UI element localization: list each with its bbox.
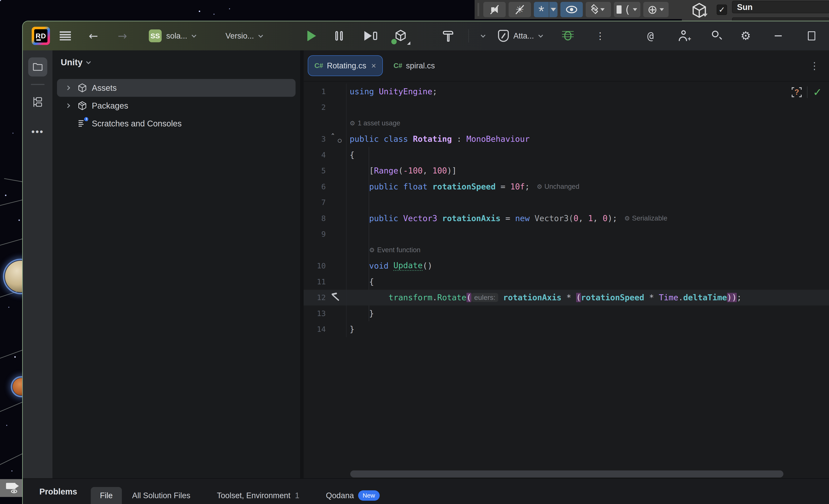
question-badge-icon[interactable]: ? [792,87,802,97]
problems-title[interactable]: Problems [39,487,77,496]
unity-hint-icon: ⚙ [624,215,630,222]
lighting-off-button[interactable]: ☀ [509,2,531,17]
run-button[interactable] [308,31,316,41]
project-tool-window-button[interactable] [28,58,47,76]
debug-button[interactable] [564,31,571,40]
run-config-selector[interactable]: Versio... [225,32,262,40]
panel-splitter[interactable] [300,50,303,478]
back-button[interactable]: ← [89,29,98,42]
project-tree: Assets Packages [52,79,300,133]
unity-cube-icon [76,82,88,94]
toolbar-separator [477,3,479,16]
inlay-text: Serializable [632,214,668,222]
settings-button[interactable]: ⚙ [741,30,751,42]
attach-shield-icon [498,30,509,42]
chevron-down-icon [481,33,485,38]
solution-name: sola... [166,32,187,40]
unity-explorer-header[interactable]: Unity [52,50,300,67]
camera-preview-toggle[interactable] [0,479,25,497]
close-icon[interactable]: × [371,61,376,70]
effects-button[interactable]: * [534,2,549,17]
more-tool-windows-button[interactable]: ••• [31,126,44,137]
maximize-button[interactable] [808,31,815,40]
main-menu-button[interactable] [60,31,71,40]
code-row: 12 transform.Rotate(eulers: rotationAxis… [303,290,829,306]
gutter: 8 [303,210,346,226]
unity-hint-icon: ⚙ [537,183,542,190]
code-token: MonoBehaviour [467,134,530,144]
line-number: 14 [317,325,326,333]
tree-item-packages[interactable]: Packages [57,97,295,115]
inspections-widget[interactable]: ? ✓ [792,86,822,99]
attach-selector[interactable]: Atta... [498,30,542,42]
line-number: 5 [321,167,326,175]
rider-logo[interactable]: RD [32,27,50,45]
chevron-down-icon[interactable] [702,14,708,17]
expand-chevron-icon[interactable] [66,85,70,91]
bottom-tab-file[interactable]: File [91,487,122,504]
code-row: 5 [Range(-100, 100)] [303,163,829,179]
code-with-me-button[interactable]: + [678,30,689,41]
solution-widget[interactable]: SS sola... [149,29,195,42]
gizmos-globe-button[interactable]: ⊕ [643,2,669,17]
code-token: ; [525,182,530,191]
iconbar-divider [31,84,44,85]
step-button[interactable] [364,31,377,41]
line-number: 9 [321,230,326,238]
code-inlay-row: ⚙1 asset usage [303,115,829,131]
code-token [389,261,393,271]
tree-item-assets[interactable]: Assets [57,79,295,97]
layers-button[interactable] [586,2,611,17]
code-area[interactable]: 1using UnityEngine;2⚙1 asset usage3ˆ○pub… [303,81,829,478]
code-token: Range [374,166,398,175]
code-line: { [346,274,829,290]
tab-spiral-cs[interactable]: C# spiral.cs [387,55,441,76]
code-token: , [423,166,432,175]
code-token: , [593,214,603,223]
code-token [374,87,379,96]
visibility-button[interactable] [561,2,583,17]
pause-icon [335,31,338,41]
line-number: 11 [317,278,326,286]
parameter-hint-chip: eulers: [471,293,498,302]
ai-assistant-button[interactable]: @ [647,30,654,42]
camera-clip-button[interactable]: ( [614,2,640,17]
forward-button[interactable]: → [118,29,127,42]
bottom-tab-all-solution-files[interactable]: All Solution Files [123,487,200,504]
tab-rotating-cs[interactable]: C# Rotating.cs × [308,55,383,76]
bottom-tab-toolset-environment[interactable]: Toolset, Environment 1 [208,487,309,504]
structure-tool-window-button[interactable] [28,93,47,111]
code-token: : [452,134,466,144]
visibility-eye-icon [566,6,577,13]
package-icon [76,100,88,111]
gutter: 10 [303,258,346,274]
green-check-icon[interactable]: ✓ [813,86,822,99]
code-token: } [350,325,354,334]
code-token: ( [398,166,403,175]
chevron-down-icon [660,8,664,11]
audio-muted-button[interactable] [483,2,506,17]
bottom-tab-qodana[interactable]: Qodana New [317,487,389,504]
object-name-field[interactable]: Sun [732,1,829,13]
horizontal-scrollbar[interactable] [350,470,783,477]
unity-connection-button[interactable] [394,29,407,43]
build-options-button[interactable] [481,34,484,37]
trailing-inlay-hint: ⚙Unchanged [537,183,579,190]
bug-icon [564,31,571,40]
chevron-down-icon [538,33,543,38]
code-row: 7 [303,194,829,211]
pause-button[interactable] [334,31,344,41]
build-button[interactable] [442,30,455,42]
search-everywhere-button[interactable] [712,30,723,41]
object-enabled-checkbox[interactable]: ✓ [717,5,727,15]
expand-chevron-icon[interactable] [66,103,70,108]
inlay-hint: ⚙Event function [350,246,421,254]
more-run-options-button[interactable]: ⋮ [596,30,605,41]
code-token: deltaTime [683,293,727,302]
unity-inspector-header: ✓ Sun [682,0,829,21]
tree-item-scratches[interactable]: Scratches and Consoles [57,115,295,133]
editor-options-button[interactable]: ⋮ [809,60,820,72]
minimize-button[interactable] [775,35,782,36]
effects-dropdown[interactable] [549,2,557,17]
unity-explorer-panel: Unity Assets [52,50,300,478]
